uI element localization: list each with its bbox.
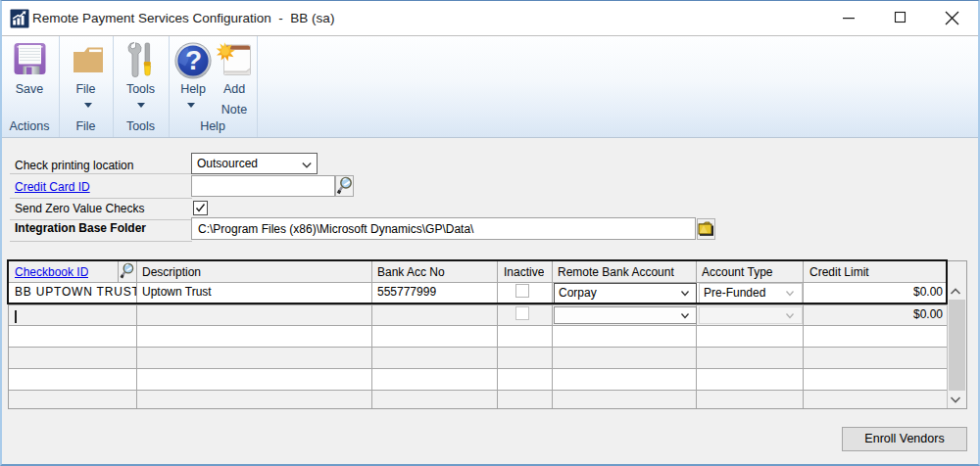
svg-text:?: ? bbox=[185, 45, 202, 75]
